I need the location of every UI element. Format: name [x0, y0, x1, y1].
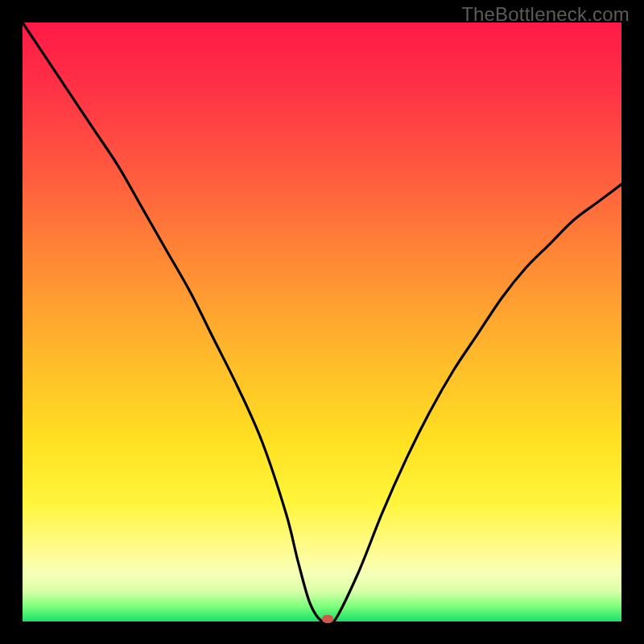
optimum-marker [322, 615, 333, 623]
chart-container: TheBottleneck.com [0, 0, 644, 644]
bottleneck-curve [23, 23, 621, 621]
plot-area [23, 23, 621, 621]
